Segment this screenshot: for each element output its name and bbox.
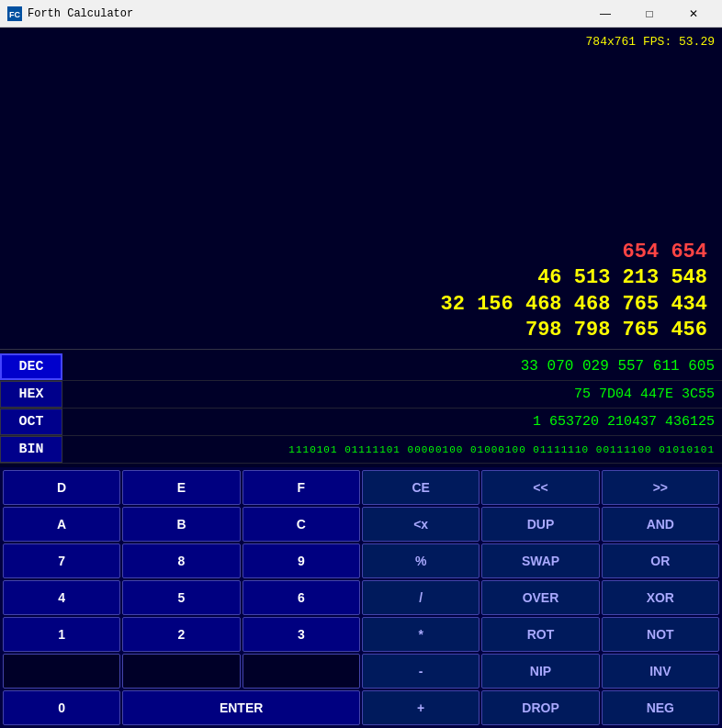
- key-8[interactable]: 8: [122, 543, 240, 578]
- window-controls: — □ ✕: [584, 0, 715, 28]
- key-blank1: [3, 654, 120, 689]
- key-over[interactable]: OVER: [481, 580, 599, 615]
- key-3[interactable]: 3: [243, 617, 360, 652]
- key-9[interactable]: 9: [243, 543, 360, 578]
- hex-label: HEX: [0, 381, 62, 408]
- key-or[interactable]: OR: [602, 543, 719, 578]
- key-E[interactable]: E: [122, 470, 240, 505]
- key-rshift[interactable]: >>: [602, 470, 719, 505]
- dec-value: 33 070 029 557 611 605: [62, 358, 722, 375]
- key-0[interactable]: 0: [3, 690, 120, 725]
- key-divide[interactable]: /: [362, 580, 479, 615]
- key-and[interactable]: AND: [602, 507, 719, 542]
- key-dup[interactable]: DUP: [481, 507, 599, 542]
- key-C[interactable]: C: [243, 507, 360, 542]
- key-plus[interactable]: +: [362, 690, 479, 725]
- stack-display: 654 654 46 513 213 548 32 156 468 468 76…: [0, 28, 722, 349]
- key-minus[interactable]: -: [362, 654, 479, 689]
- calculator-main: 784x761 FPS: 53.29 654 654 46 513 213 54…: [0, 28, 722, 728]
- minimize-button[interactable]: —: [584, 0, 626, 28]
- key-F[interactable]: F: [243, 470, 360, 505]
- key-nip[interactable]: NIP: [481, 654, 599, 689]
- key-7[interactable]: 7: [3, 543, 120, 578]
- maximize-button[interactable]: □: [628, 0, 671, 28]
- keypad: DEFCE<<>>ABC<xDUPAND789%SWAPOR456/OVERXO…: [0, 467, 722, 728]
- stack-row-3: 798 798 765 456: [7, 318, 715, 344]
- bin-label: BIN: [0, 436, 62, 463]
- key-D[interactable]: D: [3, 470, 120, 505]
- oct-row: OCT 1 653720 210437 436125: [0, 409, 722, 436]
- key-backspace[interactable]: <x: [362, 507, 479, 542]
- hex-row: HEX 75 7D04 447E 3C55: [0, 381, 722, 409]
- key-4[interactable]: 4: [3, 580, 120, 615]
- stack-row-0: 654 654: [7, 240, 715, 266]
- key-enter[interactable]: ENTER: [122, 690, 360, 725]
- app-icon: FC: [7, 6, 22, 21]
- key-percent[interactable]: %: [362, 543, 479, 578]
- svg-text:FC: FC: [9, 10, 20, 19]
- oct-label: OCT: [0, 409, 62, 435]
- stack-row-2: 32 156 468 468 765 434: [7, 292, 715, 319]
- stack-row-1: 46 513 213 548: [7, 265, 715, 292]
- key-6[interactable]: 6: [243, 580, 360, 615]
- key-2[interactable]: 2: [122, 617, 240, 652]
- key-swap[interactable]: SWAP: [481, 543, 599, 578]
- bin-value: 1110101 01111101 00000100 01000100 01111…: [62, 444, 722, 455]
- key-1[interactable]: 1: [3, 617, 120, 652]
- key-B[interactable]: B: [122, 507, 240, 542]
- mode-displays: DEC 33 070 029 557 611 605 HEX 75 7D04 4…: [0, 349, 722, 467]
- close-button[interactable]: ✕: [672, 0, 715, 28]
- key-rot[interactable]: ROT: [481, 617, 599, 652]
- dec-label: DEC: [0, 353, 62, 380]
- fps-display: 784x761 FPS: 53.29: [586, 35, 715, 49]
- key-blank3: [243, 654, 360, 689]
- key-not[interactable]: NOT: [602, 617, 719, 652]
- key-A[interactable]: A: [3, 507, 120, 542]
- key-multiply[interactable]: *: [362, 617, 479, 652]
- bin-row: BIN 1110101 01111101 00000100 01000100 0…: [0, 436, 722, 464]
- titlebar: FC Forth Calculator — □ ✕: [0, 0, 722, 28]
- key-inv[interactable]: INV: [602, 654, 719, 689]
- key-lshift[interactable]: <<: [481, 470, 599, 505]
- window-title: Forth Calculator: [28, 7, 584, 20]
- oct-value: 1 653720 210437 436125: [62, 414, 722, 430]
- key-drop[interactable]: DROP: [481, 690, 599, 725]
- key-xor[interactable]: XOR: [602, 580, 719, 615]
- key-CE[interactable]: CE: [362, 470, 479, 505]
- dec-row: DEC 33 070 029 557 611 605: [0, 353, 722, 381]
- key-blank2: [122, 654, 240, 689]
- key-neg[interactable]: NEG: [602, 690, 719, 725]
- hex-value: 75 7D04 447E 3C55: [62, 386, 722, 402]
- key-5[interactable]: 5: [122, 580, 240, 615]
